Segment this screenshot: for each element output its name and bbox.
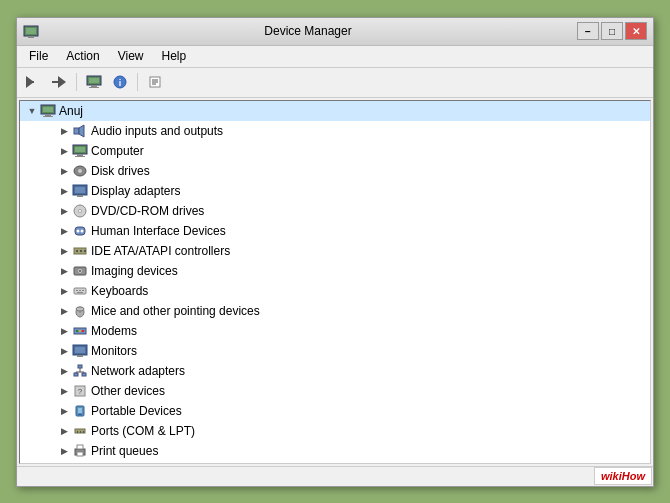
tree-item-print[interactable]: ▶ Print queues xyxy=(20,441,650,461)
expander-computer[interactable]: ▶ xyxy=(56,143,72,159)
menu-file[interactable]: File xyxy=(21,47,56,65)
svg-point-44 xyxy=(79,270,81,272)
icon-computer xyxy=(72,143,88,159)
expander-modem[interactable]: ▶ xyxy=(56,323,72,339)
icon-monitors xyxy=(72,343,88,359)
svg-rect-20 xyxy=(43,116,53,117)
icon-other: ? xyxy=(72,383,88,399)
tree-item-hid[interactable]: ▶ Human Interface Devices xyxy=(20,221,650,241)
tree-item-audio[interactable]: ▶ Audio inputs and outputs xyxy=(20,121,650,141)
status-bar xyxy=(17,466,653,486)
expander-imaging[interactable]: ▶ xyxy=(56,263,72,279)
label-computer: Computer xyxy=(91,144,144,158)
tree-item-mouse[interactable]: ▶ Mice and other pointing devices xyxy=(20,301,650,321)
menu-view[interactable]: View xyxy=(110,47,152,65)
svg-rect-48 xyxy=(82,290,84,291)
label-print: Print queues xyxy=(91,444,158,458)
icon-imaging xyxy=(72,263,88,279)
expander-monitors[interactable]: ▶ xyxy=(56,343,72,359)
expander-ide[interactable]: ▶ xyxy=(56,243,72,259)
root-icon xyxy=(40,103,56,119)
expander-mouse[interactable]: ▶ xyxy=(56,303,72,319)
icon-hid xyxy=(72,223,88,239)
svg-point-34 xyxy=(79,210,81,212)
menu-action[interactable]: Action xyxy=(58,47,107,65)
menu-help[interactable]: Help xyxy=(154,47,195,65)
tree-item-ports[interactable]: ▶ Ports (COM & LPT) xyxy=(20,421,650,441)
svg-rect-59 xyxy=(77,355,83,357)
svg-rect-30 xyxy=(75,187,85,193)
icon-keyboard xyxy=(72,283,88,299)
tree-item-modem[interactable]: ▶ Modems xyxy=(20,321,650,341)
svg-rect-73 xyxy=(77,431,78,433)
tree-item-network[interactable]: ▶ Network adapters xyxy=(20,361,650,381)
icon-network xyxy=(72,363,88,379)
expander-portable[interactable]: ▶ xyxy=(56,403,72,419)
expander-keyboard[interactable]: ▶ xyxy=(56,283,72,299)
svg-text:i: i xyxy=(119,78,122,88)
toolbar-forward[interactable] xyxy=(47,71,71,93)
expander-dvd[interactable]: ▶ xyxy=(56,203,72,219)
minimize-button[interactable]: − xyxy=(577,22,599,40)
toolbar-computer[interactable] xyxy=(82,71,106,93)
icon-ide xyxy=(72,243,88,259)
maximize-button[interactable]: □ xyxy=(601,22,623,40)
expander-network[interactable]: ▶ xyxy=(56,363,72,379)
svg-rect-26 xyxy=(75,156,85,157)
svg-rect-31 xyxy=(77,195,83,197)
expander-print[interactable]: ▶ xyxy=(56,443,72,459)
root-expander[interactable]: ▼ xyxy=(24,103,40,119)
label-modem: Modems xyxy=(91,324,137,338)
label-ports: Ports (COM & LPT) xyxy=(91,424,195,438)
label-portable: Portable Devices xyxy=(91,404,182,418)
tree-item-portable[interactable]: ▶ Portable Devices xyxy=(20,401,650,421)
toolbar-info[interactable]: i xyxy=(108,71,132,93)
root-label: Anuj xyxy=(59,104,83,118)
svg-rect-9 xyxy=(91,85,97,87)
wikihow-badge: wikiHow xyxy=(594,467,652,485)
svg-rect-1 xyxy=(26,28,36,34)
wikihow-label: wikiHow xyxy=(601,470,645,482)
expander-processor[interactable]: ▶ xyxy=(56,463,72,464)
tree-item-dvd[interactable]: ▶ DVD/CD-ROM drives xyxy=(20,201,650,221)
expander-disk[interactable]: ▶ xyxy=(56,163,72,179)
svg-rect-74 xyxy=(80,431,81,433)
tree-item-imaging[interactable]: ▶ Imaging devices xyxy=(20,261,650,281)
tree-item-disk[interactable]: ▶ Disk drives xyxy=(20,161,650,181)
expander-ports[interactable]: ▶ xyxy=(56,423,72,439)
label-imaging: Imaging devices xyxy=(91,264,178,278)
title-bar-center: Device Manager xyxy=(39,24,577,38)
expander-hid[interactable]: ▶ xyxy=(56,223,72,239)
tree-item-display[interactable]: ▶ Display adapters xyxy=(20,181,650,201)
tree-item-ide[interactable]: ▶ IDE ATA/ATAPI controllers xyxy=(20,241,650,261)
svg-rect-6 xyxy=(52,81,60,83)
icon-modem xyxy=(72,323,88,339)
svg-text:?: ? xyxy=(78,387,83,396)
device-manager-window: Device Manager − □ ✕ File Action View He… xyxy=(16,17,654,487)
tree-item-other[interactable]: ▶ ? Other devices xyxy=(20,381,650,401)
label-hid: Human Interface Devices xyxy=(91,224,226,238)
svg-rect-25 xyxy=(77,154,83,156)
expander-display[interactable]: ▶ xyxy=(56,183,72,199)
tree-item-monitors[interactable]: ▶ Monitors xyxy=(20,341,650,361)
tree-item-computer[interactable]: ▶ Computer xyxy=(20,141,650,161)
close-button[interactable]: ✕ xyxy=(625,22,647,40)
tree-root[interactable]: ▼ Anuj xyxy=(20,101,650,121)
svg-rect-47 xyxy=(79,290,81,291)
toolbar-back[interactable] xyxy=(21,71,45,93)
svg-rect-40 xyxy=(80,250,82,252)
svg-rect-39 xyxy=(76,250,78,252)
tree-item-keyboard[interactable]: ▶ Keyboards xyxy=(20,281,650,301)
svg-rect-58 xyxy=(75,347,85,353)
tree-item-processor[interactable]: ▶ Processors xyxy=(20,461,650,464)
svg-point-55 xyxy=(79,330,81,332)
svg-rect-18 xyxy=(43,107,53,112)
tree-content[interactable]: ▼ Anuj ▶ Audio inputs and outputs ▶ xyxy=(19,100,651,464)
svg-point-52 xyxy=(76,307,84,311)
expander-audio[interactable]: ▶ xyxy=(56,123,72,139)
svg-rect-78 xyxy=(77,452,83,456)
toolbar-properties[interactable] xyxy=(143,71,167,93)
title-bar: Device Manager − □ ✕ xyxy=(17,18,653,46)
icon-print xyxy=(72,443,88,459)
expander-other[interactable]: ▶ xyxy=(56,383,72,399)
